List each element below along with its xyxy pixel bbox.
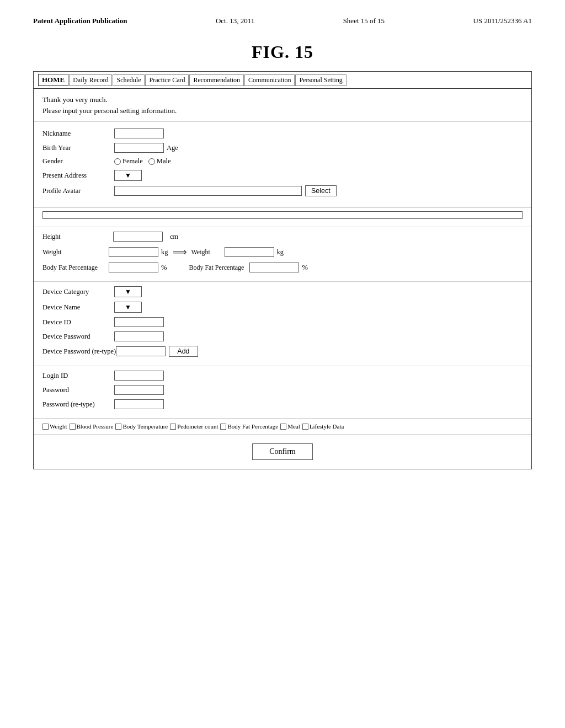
nav-communication[interactable]: Communication bbox=[244, 74, 295, 86]
nickname-label: Nickname bbox=[42, 130, 114, 138]
lifestyle-checkbox[interactable] bbox=[302, 424, 308, 430]
address-label: Present Address bbox=[42, 172, 114, 180]
checkbox-body-temp[interactable]: Body Temperature bbox=[115, 423, 168, 430]
nav-bar: HOME Daily Record Schedule Practice Card… bbox=[34, 72, 531, 89]
welcome-line2: Please input your personal setting infor… bbox=[42, 105, 523, 116]
height-col-group: Height cm bbox=[42, 232, 523, 242]
add-button[interactable]: Add bbox=[169, 346, 198, 357]
welcome-section: Thank you very much. Please input your p… bbox=[34, 89, 531, 122]
patent-number: US 2011/252336 A1 bbox=[473, 17, 532, 25]
avatar-label: Profile Avatar bbox=[42, 187, 114, 195]
bodyfat-input[interactable] bbox=[109, 263, 158, 272]
meal-label: Meal bbox=[287, 423, 300, 430]
height-label: Height bbox=[42, 233, 109, 241]
male-option[interactable]: Male bbox=[148, 157, 171, 165]
pub-date: Oct. 13, 2011 bbox=[216, 17, 254, 25]
checkbox-weight[interactable]: Weight bbox=[42, 423, 67, 430]
weight-row: Weight kg ⟹ Weight kg bbox=[42, 246, 523, 258]
female-radio[interactable] bbox=[114, 158, 121, 165]
weight-checkbox[interactable] bbox=[42, 424, 49, 430]
progress-section bbox=[34, 208, 531, 227]
confirm-button[interactable]: Confirm bbox=[252, 443, 312, 460]
login-password-input[interactable] bbox=[114, 385, 164, 395]
bodyfat-pct-label: Body Fat Percentage bbox=[227, 423, 278, 430]
body-temp-checkbox[interactable] bbox=[115, 424, 121, 430]
login-id-label: Login ID bbox=[42, 372, 114, 380]
meal-checkbox[interactable] bbox=[280, 424, 286, 430]
checkbox-bodyfat-pct[interactable]: Body Fat Percentage bbox=[220, 423, 278, 430]
device-name-dropdown[interactable]: ▼ bbox=[114, 302, 142, 313]
nav-home[interactable]: HOME bbox=[38, 74, 68, 86]
login-id-input[interactable] bbox=[114, 371, 164, 381]
progress-bar bbox=[42, 211, 523, 219]
checkbox-meal[interactable]: Meal bbox=[280, 423, 300, 430]
avatar-row: Profile Avatar Select bbox=[42, 185, 523, 196]
address-dropdown[interactable]: ▼ bbox=[114, 170, 142, 181]
checkbox-pedometer[interactable]: Pedometer count bbox=[170, 423, 218, 430]
nav-practice-card[interactable]: Practice Card bbox=[145, 74, 189, 86]
confirm-section: Confirm bbox=[34, 435, 531, 469]
weight-input[interactable] bbox=[109, 247, 158, 257]
nickname-input[interactable] bbox=[114, 129, 164, 138]
birthyear-input[interactable] bbox=[114, 143, 164, 153]
device-id-row: Device ID bbox=[42, 317, 523, 327]
nav-personal-setting[interactable]: Personal Setting bbox=[295, 74, 346, 86]
device-password-retype-row: Device Password (re-type) Add bbox=[42, 346, 523, 357]
pedometer-label: Pedometer count bbox=[177, 423, 218, 430]
age-label: Age bbox=[167, 144, 178, 152]
gender-radio-group: Female Male bbox=[114, 157, 170, 165]
login-password-retype-input[interactable] bbox=[114, 399, 164, 409]
welcome-line1: Thank you very much. bbox=[42, 94, 523, 105]
device-category-label: Device Category bbox=[42, 288, 114, 296]
weight-right-input[interactable] bbox=[225, 247, 274, 257]
female-option[interactable]: Female bbox=[114, 157, 143, 165]
bodyfat-right-input[interactable] bbox=[249, 263, 299, 272]
login-password-retype-row: Password (re-type) bbox=[42, 399, 523, 409]
blood-pressure-label: Blood Pressure bbox=[77, 423, 114, 430]
device-password-retype-input[interactable] bbox=[116, 346, 166, 356]
birthyear-row: Birth Year Age bbox=[42, 143, 523, 153]
body-temp-label: Body Temperature bbox=[122, 423, 168, 430]
nav-schedule[interactable]: Schedule bbox=[113, 74, 145, 86]
nav-daily-record[interactable]: Daily Record bbox=[69, 74, 112, 86]
height-input[interactable] bbox=[113, 232, 163, 242]
login-password-label: Password bbox=[42, 386, 114, 394]
device-name-label: Device Name bbox=[42, 303, 114, 312]
height-input-row: Height cm bbox=[42, 232, 178, 242]
device-password-row: Device Password bbox=[42, 331, 523, 341]
height-row: Height cm bbox=[42, 232, 523, 242]
address-row: Present Address ▼ bbox=[42, 170, 523, 181]
nickname-row: Nickname bbox=[42, 129, 523, 138]
weight-checkbox-label: Weight bbox=[50, 423, 67, 430]
device-category-dropdown[interactable]: ▼ bbox=[114, 286, 142, 297]
gender-row: Gender Female Male bbox=[42, 157, 523, 165]
measurements-section: Height cm Weight kg ⟹ Weight kg Body Fat… bbox=[34, 227, 531, 282]
sheet-info: Sheet 15 of 15 bbox=[343, 17, 385, 25]
bodyfat-pct-checkbox[interactable] bbox=[220, 424, 226, 430]
checkboxes-section: Weight Blood Pressure Body Temperature P… bbox=[34, 419, 531, 435]
pedometer-checkbox[interactable] bbox=[170, 424, 176, 430]
device-password-retype-label: Device Password (re-type) bbox=[42, 347, 116, 356]
lifestyle-label: Lifestyle Data bbox=[310, 423, 344, 430]
blood-pressure-checkbox[interactable] bbox=[70, 424, 76, 430]
male-radio[interactable] bbox=[148, 158, 155, 165]
height-left: Height cm bbox=[42, 232, 178, 242]
avatar-input[interactable] bbox=[114, 186, 302, 196]
bodyfat-row: Body Fat Percentage % Body Fat Percentag… bbox=[42, 263, 523, 272]
device-category-row: Device Category ▼ bbox=[42, 286, 523, 297]
device-id-input[interactable] bbox=[114, 317, 164, 327]
height-unit: cm bbox=[170, 233, 178, 241]
device-password-input[interactable] bbox=[114, 331, 164, 341]
checkbox-lifestyle[interactable]: Lifestyle Data bbox=[302, 423, 344, 430]
birthyear-label: Birth Year bbox=[42, 144, 114, 152]
weight-right-label: Weight bbox=[191, 248, 225, 256]
male-label: Male bbox=[157, 157, 171, 165]
login-section: Login ID Password Password (re-type) bbox=[34, 366, 531, 419]
nav-recommendation[interactable]: Recommendation bbox=[189, 74, 244, 86]
device-section: Device Category ▼ Device Name ▼ Device I… bbox=[34, 282, 531, 366]
arrow-icon: ⟹ bbox=[173, 246, 187, 258]
checkbox-blood-pressure[interactable]: Blood Pressure bbox=[70, 423, 114, 430]
female-label: Female bbox=[122, 157, 143, 165]
select-button[interactable]: Select bbox=[305, 185, 337, 196]
weight-right-unit: kg bbox=[277, 248, 284, 256]
